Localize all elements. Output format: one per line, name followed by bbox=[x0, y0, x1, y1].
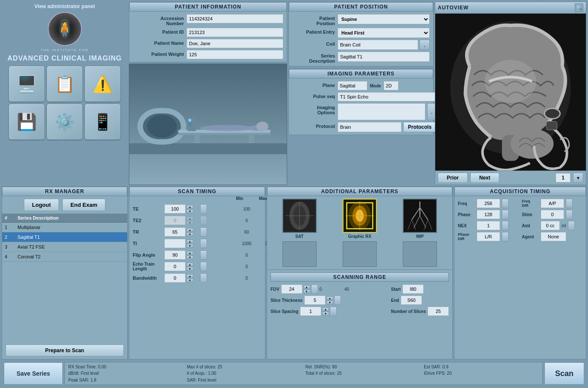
amt-slider[interactable] bbox=[568, 221, 575, 230]
bandwidth-input[interactable] bbox=[164, 273, 186, 283]
remote-icon-cell[interactable]: 📱 bbox=[84, 104, 121, 140]
bandwidth-slider[interactable] bbox=[200, 273, 207, 283]
mode-input[interactable] bbox=[384, 81, 399, 90]
flip-spin-down[interactable]: ▼ bbox=[186, 255, 193, 259]
slice-spacing-input[interactable] bbox=[300, 307, 321, 316]
end-exam-button[interactable]: End Exam bbox=[62, 199, 105, 211]
agent-input[interactable] bbox=[541, 232, 566, 241]
warning-icon-cell[interactable]: ⚠️ bbox=[84, 66, 121, 102]
gear-icon-cell[interactable]: ⚙️ bbox=[47, 104, 83, 140]
pulse-seq-input[interactable] bbox=[338, 92, 436, 101]
fov-slider[interactable] bbox=[311, 284, 318, 294]
tr-spin-up[interactable]: ▲ bbox=[186, 228, 193, 232]
ti-input[interactable] bbox=[164, 239, 186, 248]
slice-thickness-input[interactable] bbox=[304, 295, 326, 305]
st-spin-up[interactable]: ▲ bbox=[326, 296, 333, 300]
graphic-rx-thumbnail[interactable] bbox=[343, 199, 377, 233]
rx-scan-time-label: RX Scan Time: bbox=[68, 365, 97, 369]
logout-button[interactable]: Logout bbox=[24, 199, 59, 211]
amt-input[interactable] bbox=[541, 221, 560, 230]
scan-button[interactable]: Scan bbox=[544, 362, 585, 385]
prior-button[interactable]: Prior bbox=[438, 173, 468, 183]
fov-input[interactable] bbox=[281, 284, 303, 294]
fov-spin-up[interactable]: ▲ bbox=[303, 285, 310, 289]
patient-name-input[interactable] bbox=[186, 39, 283, 48]
phase-input[interactable] bbox=[477, 210, 500, 219]
end-input[interactable] bbox=[401, 295, 422, 305]
te-input[interactable] bbox=[164, 204, 186, 214]
patient-position-select[interactable]: Supine bbox=[338, 14, 430, 24]
sat-thumbnail[interactable] bbox=[282, 199, 317, 233]
tr-input[interactable] bbox=[164, 227, 186, 237]
coil-dot-button[interactable]: . bbox=[419, 40, 430, 50]
series-row-2[interactable]: 2 Sagittal T1 bbox=[2, 232, 127, 242]
thumb-empty-1[interactable] bbox=[282, 241, 317, 267]
te-spin-down[interactable]: ▼ bbox=[186, 209, 193, 213]
series-desc-input[interactable] bbox=[338, 52, 430, 62]
protocol-input[interactable] bbox=[338, 122, 402, 132]
mip-thumbnail[interactable] bbox=[403, 199, 437, 233]
ti-spin-down[interactable]: ▼ bbox=[186, 244, 193, 248]
ss-spin-up[interactable]: ▲ bbox=[322, 307, 329, 311]
monitor-icon-cell[interactable]: 🖥️ bbox=[9, 66, 45, 102]
shim-slider[interactable] bbox=[566, 210, 573, 219]
prepare-to-scan-button[interactable]: Prepare to Scan bbox=[6, 345, 124, 356]
st-slider[interactable] bbox=[334, 295, 341, 305]
echo-spin-down[interactable]: ▼ bbox=[186, 267, 193, 271]
shim-input[interactable] bbox=[541, 210, 564, 219]
tr-slider[interactable] bbox=[200, 227, 207, 237]
bandwidth-spin-up[interactable]: ▲ bbox=[186, 274, 193, 278]
echo-slider[interactable] bbox=[200, 262, 207, 271]
ss-spin-down[interactable]: ▼ bbox=[322, 312, 329, 316]
save-series-button[interactable]: Save Series bbox=[3, 362, 63, 385]
num-slices-input[interactable] bbox=[428, 307, 449, 316]
echo-spin-up[interactable]: ▲ bbox=[186, 263, 193, 266]
slice-spacing-spinner: ▲ ▼ bbox=[322, 307, 329, 316]
start-input[interactable] bbox=[402, 284, 424, 294]
clipboard-icon-cell[interactable]: 📋 bbox=[47, 66, 83, 102]
nav-dropdown-arrow[interactable]: ▼ bbox=[573, 173, 583, 183]
echo-input[interactable] bbox=[164, 262, 186, 271]
bandwidth-spin-down[interactable]: ▼ bbox=[186, 278, 193, 282]
freq-dir-slider[interactable] bbox=[566, 199, 573, 208]
ss-slider[interactable] bbox=[330, 307, 337, 316]
patient-weight-input[interactable] bbox=[186, 50, 283, 59]
freq-slider[interactable] bbox=[502, 199, 509, 208]
te-spin-up[interactable]: ▲ bbox=[186, 205, 193, 209]
imaging-options-textarea[interactable] bbox=[338, 103, 425, 120]
rel-snr-value: 80 bbox=[332, 365, 337, 369]
phase-dir-slider[interactable] bbox=[502, 232, 509, 241]
nex-slider[interactable] bbox=[502, 221, 509, 230]
accession-number-input[interactable] bbox=[186, 14, 283, 23]
patient-entry-dropdown-container: Head First bbox=[338, 28, 430, 38]
plane-input[interactable] bbox=[338, 81, 367, 90]
fov-spin-down[interactable]: ▼ bbox=[303, 290, 310, 293]
nex-input[interactable] bbox=[477, 221, 500, 230]
ti-slider[interactable] bbox=[200, 239, 207, 248]
protocols-button[interactable]: Protocols bbox=[403, 122, 436, 132]
flip-input[interactable] bbox=[164, 250, 186, 260]
thumb-empty-3[interactable] bbox=[403, 241, 437, 267]
flip-spin-up[interactable]: ▲ bbox=[186, 251, 193, 255]
ti-spin-up[interactable]: ▲ bbox=[186, 240, 193, 243]
thumb-empty-2[interactable] bbox=[343, 241, 377, 267]
next-button[interactable]: Next bbox=[470, 173, 499, 183]
st-spin-down[interactable]: ▼ bbox=[326, 301, 333, 304]
disk-icon-cell[interactable]: 💾 bbox=[9, 104, 45, 140]
series-row-4[interactable]: 4 Coronal T2 bbox=[2, 252, 127, 262]
svg-rect-20 bbox=[546, 122, 557, 130]
freq-input[interactable] bbox=[477, 199, 500, 208]
additional-params-header: ADDITIONAL PARAMETERS bbox=[267, 187, 452, 196]
coil-input[interactable] bbox=[338, 40, 418, 50]
series-row-1[interactable]: 1 Multiplanar bbox=[2, 223, 127, 232]
autoview-search-button[interactable]: 🔍 bbox=[575, 3, 583, 12]
freq-dir-input[interactable] bbox=[541, 199, 564, 208]
te-slider[interactable] bbox=[200, 204, 207, 214]
phase-slider[interactable] bbox=[502, 210, 509, 219]
flip-slider[interactable] bbox=[200, 250, 207, 260]
patient-id-input[interactable] bbox=[186, 28, 283, 37]
series-row-3[interactable]: 3 Axial T2 FSE bbox=[2, 242, 127, 252]
phase-dir-input[interactable] bbox=[477, 232, 500, 241]
tr-spin-down[interactable]: ▼ bbox=[186, 232, 193, 236]
patient-entry-select[interactable]: Head First bbox=[338, 28, 430, 38]
